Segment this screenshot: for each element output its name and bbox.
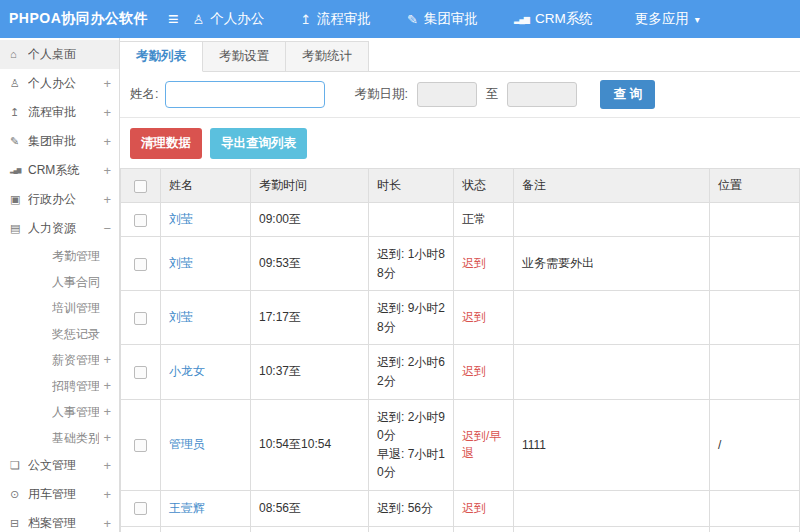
- row-checkbox-cell: [121, 237, 161, 291]
- sidebar-item[interactable]: 人事合同: [0, 269, 119, 295]
- sidebar-item[interactable]: 奖惩记录: [0, 321, 119, 347]
- sidebar-item-label: CRM系统: [28, 156, 99, 185]
- name-search-input[interactable]: [165, 81, 325, 108]
- note-cell: 业务需要外出: [514, 237, 710, 291]
- sidebar-item-label: 人力资源: [28, 214, 99, 243]
- top-nav-item[interactable]: 更多应用 ▾: [629, 10, 700, 28]
- sidebar-item[interactable]: 招聘管理 +: [0, 373, 119, 399]
- row-checkbox[interactable]: [134, 502, 147, 515]
- top-nav-item[interactable]: ↥ 流程审批: [300, 10, 377, 28]
- date-from-input[interactable]: [417, 82, 477, 107]
- clean-data-button[interactable]: 清理数据: [130, 128, 202, 159]
- sidebar-item[interactable]: ❏ 公文管理 +: [0, 451, 119, 480]
- status-badge: 迟到: [462, 501, 486, 515]
- sidebar-item-expand-toggle[interactable]: +: [99, 451, 111, 480]
- sidebar-item-expand-toggle[interactable]: +: [99, 373, 111, 399]
- top-nav-item-icon: ↥: [300, 12, 311, 27]
- employee-name-link[interactable]: 刘莹: [169, 212, 193, 226]
- query-button[interactable]: 查 询: [600, 80, 654, 109]
- table-row: 管理员 10:54至10:54 迟到: 2小时90分 早退: 7小时10分 迟到…: [121, 399, 800, 490]
- row-checkbox[interactable]: [134, 258, 147, 271]
- location-cell: /: [710, 399, 800, 490]
- sidebar-item-expand-toggle[interactable]: +: [99, 347, 111, 373]
- sidebar-item[interactable]: ↥ 流程审批 +: [0, 98, 119, 127]
- sidebar-item[interactable]: ⊟ 档案管理 +: [0, 509, 119, 532]
- top-nav-item[interactable]: ▂▄▆ CRM系统: [514, 10, 599, 28]
- export-list-button[interactable]: 导出查询列表: [210, 128, 307, 159]
- sidebar-item[interactable]: ⊙ 用车管理 +: [0, 480, 119, 509]
- tab[interactable]: 考勤设置: [203, 41, 286, 72]
- row-checkbox[interactable]: [134, 214, 147, 227]
- name-label: 姓名:: [130, 86, 158, 103]
- sidebar-item[interactable]: 薪资管理 +: [0, 347, 119, 373]
- table-row: 刘莹 09:00至 正常: [121, 203, 800, 237]
- sidebar-item-icon: ▣: [10, 185, 28, 214]
- attendance-time-cell: 13:20至13:20: [251, 526, 369, 532]
- employee-name-cell: 管理员: [161, 399, 251, 490]
- column-header: 状态: [454, 169, 514, 203]
- sidebar-item[interactable]: ♙ 个人办公 +: [0, 69, 119, 98]
- employee-name-link[interactable]: 刘莹: [169, 310, 193, 324]
- attendance-time-cell: 08:56至: [251, 490, 369, 526]
- sidebar-item-icon: ✎: [10, 127, 28, 156]
- sidebar-item[interactable]: ✎ 集团审批 +: [0, 127, 119, 156]
- sidebar-item-expand-toggle[interactable]: +: [99, 156, 111, 185]
- sidebar-item-label: 人事管理: [52, 399, 99, 425]
- sidebar-item[interactable]: ▤ 人力资源 −: [0, 214, 119, 243]
- hamburger-menu-icon[interactable]: ≡: [162, 9, 193, 30]
- sidebar-item-label: 个人桌面: [28, 40, 107, 69]
- sidebar-item-expand-toggle[interactable]: +: [99, 425, 111, 451]
- location-cell: [710, 490, 800, 526]
- sidebar-item[interactable]: ⌂ 个人桌面: [0, 40, 119, 69]
- row-checkbox[interactable]: [134, 312, 147, 325]
- sidebar-item-expand-toggle[interactable]: +: [99, 480, 111, 509]
- sidebar-item-icon: ⌂: [10, 40, 28, 69]
- sidebar-item[interactable]: 培训管理: [0, 295, 119, 321]
- sidebar-item-expand-toggle[interactable]: +: [99, 185, 111, 214]
- table-row: 小龙女 10:37至 迟到: 2小时62分 迟到: [121, 345, 800, 399]
- sidebar-item[interactable]: ▣ 行政办公 +: [0, 185, 119, 214]
- table-body: 刘莹 09:00至 正常: [121, 203, 800, 532]
- top-nav-menu: ♙ 个人办公 ↥ 流程审批 ✎ 集团审批 ▂▄▆: [193, 10, 700, 28]
- row-checkbox-cell: [121, 345, 161, 399]
- employee-name-link[interactable]: 刘莹: [169, 256, 193, 270]
- duration-late-line: 迟到: 9小时28分: [377, 299, 445, 336]
- table-header: 姓名 考勤时间 时长 状态 备注 位置: [121, 169, 800, 203]
- action-buttons: 清理数据 导出查询列表: [120, 118, 800, 168]
- sidebar-item-expand-toggle[interactable]: −: [99, 214, 111, 243]
- attendance-time-cell: 10:37至: [251, 345, 369, 399]
- sidebar-item-expand-toggle[interactable]: +: [99, 69, 111, 98]
- row-checkbox[interactable]: [134, 439, 147, 452]
- attendance-time-cell: 09:53至: [251, 237, 369, 291]
- top-nav-item[interactable]: ✎ 集团审批: [407, 10, 484, 28]
- sidebar-item[interactable]: 考勤管理: [0, 243, 119, 269]
- location-cell: [710, 237, 800, 291]
- row-checkbox-cell: [121, 526, 161, 532]
- sidebar-item-label: 用车管理: [28, 480, 99, 509]
- top-nav-item[interactable]: ♙ 个人办公: [193, 10, 271, 28]
- row-checkbox[interactable]: [134, 366, 147, 379]
- select-all-checkbox-cell: [121, 169, 161, 203]
- sidebar-item[interactable]: 基础类别设置 +: [0, 425, 119, 451]
- column-header: 姓名: [161, 169, 251, 203]
- date-to-input[interactable]: [507, 82, 577, 107]
- select-all-checkbox[interactable]: [134, 180, 147, 193]
- tab[interactable]: 考勤列表: [120, 41, 203, 72]
- sidebar-item[interactable]: ▂▄▆ CRM系统 +: [0, 156, 119, 185]
- duration-late-line: 迟到: 2小时90分: [377, 408, 445, 445]
- employee-name-cell: 刘莹: [161, 237, 251, 291]
- sidebar-item-expand-toggle[interactable]: +: [99, 127, 111, 156]
- tab[interactable]: 考勤统计: [286, 41, 369, 72]
- sidebar-item-expand-toggle[interactable]: +: [99, 509, 111, 532]
- duration-cell: 迟到: 9小时28分: [369, 291, 454, 345]
- employee-name-link[interactable]: 小龙女: [169, 364, 205, 378]
- column-header: 备注: [514, 169, 710, 203]
- sidebar-item-expand-toggle[interactable]: +: [99, 399, 111, 425]
- employee-name-link[interactable]: 王壹辉: [169, 501, 205, 515]
- sidebar-item[interactable]: 人事管理 +: [0, 399, 119, 425]
- tab-strip: 考勤列表 考勤设置 考勤统计: [120, 38, 800, 72]
- employee-name-link[interactable]: 管理员: [169, 437, 205, 451]
- sidebar-item-icon: ⊟: [10, 509, 28, 532]
- sidebar-item-expand-toggle[interactable]: +: [99, 98, 111, 127]
- sidebar-item-icon: ▤: [10, 214, 28, 243]
